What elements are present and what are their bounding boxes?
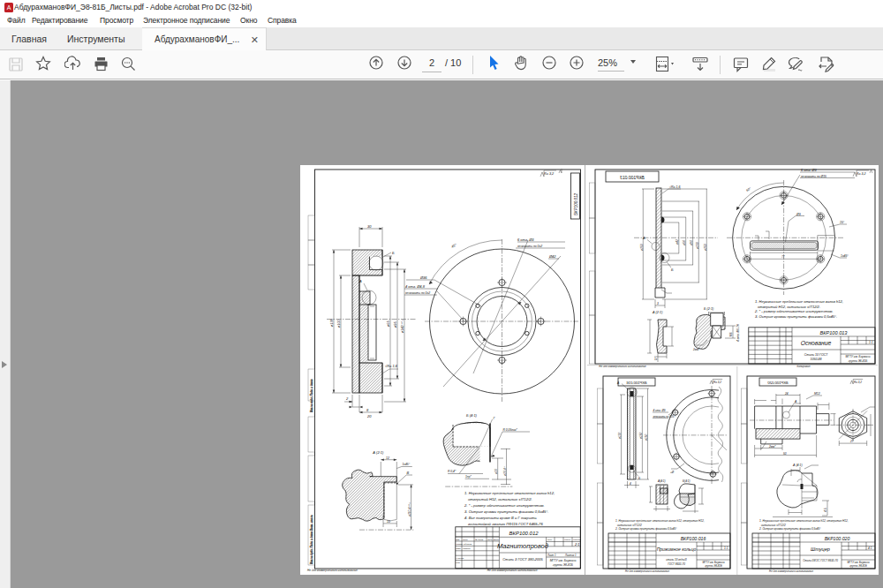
svg-text:Штуцер: Штуцер — [811, 547, 830, 552]
svg-text:остальных ±IT12/2: остальных ±IT12/2 — [617, 524, 642, 527]
svg-text:12: 12 — [386, 456, 389, 460]
svg-text:МГТУ им. Баумана: МГТУ им. Баумана — [550, 559, 577, 562]
svg-text:R 0,4*: R 0,4* — [448, 470, 457, 473]
svg-text:ø110,4⁺⁰·²: ø110,4⁺⁰·² — [408, 501, 411, 516]
svg-text:Н.контр.: Н.контр. — [456, 557, 464, 559]
svg-text:Основание: Основание — [801, 340, 832, 346]
svg-text:Ø42: Ø42 — [548, 254, 556, 259]
svg-text:4: 4 — [630, 482, 631, 486]
svg-text:отверстий Н12, остальных ±IT12: отверстий Н12, остальных ±IT12/2. — [758, 305, 820, 309]
svg-text:ø142⁺⁰·¹: ø142⁺⁰·¹ — [401, 320, 404, 333]
svg-text:4. Все поверхности кроме В и Г: 4. Все поверхности кроме В и Г покрыть — [464, 516, 537, 520]
svg-text:Сталь 09Г2С ГОСТ 8632-70: Сталь 09Г2С ГОСТ 8632-70 — [803, 559, 838, 562]
svg-text:ø130: ø130 — [696, 242, 699, 249]
svg-text:2. * - размер обеспечивается и: 2. * - размер обеспечивается инструменто… — [754, 309, 834, 313]
svg-text:Лист: Лист — [462, 539, 468, 540]
svg-text:1з: 1з — [654, 358, 658, 361]
svg-text:2. Острые кромки притупить фас: 2. Острые кромки притупить фасками 0,5х4… — [758, 527, 821, 531]
svg-text:4 отв. Ø9: 4 отв. Ø9 — [653, 409, 666, 412]
svg-text:Прижимное кольцо: Прижимное кольцо — [657, 547, 697, 552]
svg-text:В: В — [407, 471, 410, 475]
svg-text:10: 10 — [387, 520, 390, 524]
svg-text:М6: М6 — [729, 332, 733, 336]
svg-text:27: 27 — [849, 440, 854, 443]
svg-text:ВКР100.016: ВКР100.016 — [626, 381, 647, 385]
svg-text:М12: М12 — [814, 392, 820, 396]
svg-text:1. Неуказанные предельные откл: 1. Неуказанные предельные отклонения вал… — [755, 299, 843, 304]
svg-text:Лист 1: Лист 1 — [547, 554, 556, 557]
svg-text:Б: Б — [638, 477, 641, 480]
svg-text:Масса: Масса — [564, 539, 571, 541]
svg-text:ВКР100.012: ВКР100.012 — [509, 531, 539, 536]
svg-text:остальных ±IT12/2: остальных ±IT12/2 — [761, 524, 786, 527]
svg-text:2:1: 2:1 — [574, 542, 580, 547]
svg-text:60°: 60° — [745, 186, 751, 192]
svg-text:№ докум.: № докум. — [475, 539, 484, 540]
svg-text:ВКР100.020: ВКР100.020 — [767, 381, 789, 385]
svg-text:ø95: ø95 — [394, 321, 397, 328]
svg-text:ø56: ø56 — [683, 240, 686, 245]
svg-text:А: А — [794, 400, 797, 403]
svg-text:+Ø: +Ø — [670, 471, 675, 474]
svg-text:3. Острые кромки притупить фас: 3. Острые кромки притупить фасками 0,5х4… — [464, 509, 548, 514]
svg-text:Абдурахм.: Абдурахм. — [462, 543, 472, 545]
svg-text:ø135: ø135 — [330, 318, 334, 327]
svg-text:Ra 3,2: Ra 3,2 — [713, 381, 721, 384]
svg-text:ø10,4⁺: ø10,4⁺ — [503, 465, 507, 476]
svg-text:Ø36: Ø36 — [419, 275, 427, 280]
svg-text:4:1: 4:1 — [868, 547, 872, 550]
svg-text:6 отв. Ø9: 6 отв. Ø9 — [801, 169, 817, 172]
svg-text:ø150: ø150 — [639, 433, 643, 439]
svg-text:ø150: ø150 — [645, 434, 648, 441]
svg-text:Б(4:1): Б(4:1) — [683, 479, 691, 483]
svg-text:Ø9: Ø9 — [796, 213, 801, 216]
svg-text:1. Неуказанные предельные откл: 1. Неуказанные предельные отклонения вал… — [615, 519, 705, 523]
svg-text:2мм*: 2мм* — [768, 445, 776, 449]
svg-text:Подп: Подп — [487, 539, 493, 540]
svg-text:Инв.№ дубл. Подп. и дата Вза: Инв.№ дубл. Подп. и дата Взам. инв.№ — [310, 514, 313, 564]
svg-text:1:1: 1:1 — [869, 341, 873, 344]
svg-text:Копировал: Копировал — [797, 365, 811, 368]
svg-text:Лит.: Лит. — [547, 539, 553, 541]
svg-text:Не для коммерческого использов: Не для коммерческого использования — [769, 569, 813, 573]
svg-text:2. * - размер обеспечивается и: 2. * - размер обеспечивается инструменто… — [464, 503, 545, 508]
svg-text:2. Острые кромки притупить фас: 2. Острые кромки притупить фасками 0,5х4… — [615, 527, 677, 531]
svg-text:30: 30 — [367, 224, 372, 229]
svg-text:Магнитопровод: Магнитопровод — [497, 542, 548, 550]
svg-text:Изм: Изм — [456, 539, 460, 540]
svg-text:Ra 3,2: Ra 3,2 — [854, 381, 862, 384]
svg-text:24: 24 — [784, 392, 789, 396]
svg-text:Г: Г — [494, 416, 496, 420]
svg-text:ВКР100.013: ВКР100.013 — [620, 175, 645, 180]
svg-text:МГТУ им. Баумана: МГТУ им. Баумана — [846, 355, 871, 358]
svg-text:ø150: ø150 — [704, 244, 707, 251]
svg-text:зенковать по Ø15: зенковать по Ø15 — [800, 175, 826, 178]
svg-text:Утв.: Утв. — [456, 562, 460, 563]
svg-text:1х45°: 1х45° — [403, 463, 411, 466]
svg-text:4 отв. Ø4,8: 4 отв. Ø4,8 — [405, 284, 426, 289]
svg-text:А: А — [616, 381, 620, 385]
svg-text:77: 77 — [781, 255, 785, 259]
svg-text:1050-88: 1050-88 — [810, 358, 821, 361]
svg-text:1пр*: 1пр* — [465, 475, 472, 479]
svg-text:ø10: ø10 — [494, 469, 498, 474]
svg-text:ВКР100.012: ВКР100.012 — [574, 193, 578, 215]
svg-text:Не для коммерческого использов: Не для коммерческого использования — [307, 569, 358, 572]
svg-text:ВКР100.013: ВКР100.013 — [820, 330, 849, 335]
svg-text:водостойкой эмалью ПФ115 ГОСТ: водостойкой эмалью ПФ115 ГОСТ 6465-76 — [468, 522, 543, 526]
svg-text:1:1: 1:1 — [724, 547, 728, 550]
svg-text:А(4:1): А(4:1) — [657, 479, 666, 483]
svg-text:Не для коммерческого использов: Не для коммерческого использования — [625, 569, 669, 573]
svg-text:ВКР100.020: ВКР100.020 — [825, 536, 850, 541]
svg-text:группа Э8-81Б: группа Э8-81Б — [849, 359, 868, 363]
svg-text:зенковать по 0х2: зенковать по 0х2 — [517, 245, 542, 248]
svg-text:ВКР100.016: ВКР100.016 — [681, 536, 706, 541]
svg-text:R 0,05пов*: R 0,05пов* — [503, 428, 518, 432]
svg-text:2мм*: 2мм* — [692, 348, 700, 351]
svg-text:группа Э8-81Б: группа Э8-81Б — [553, 563, 574, 567]
svg-text:15°: 15° — [840, 221, 845, 224]
svg-text:группа Э8-81Б: группа Э8-81Б — [705, 564, 722, 568]
svg-text:3: 3 — [657, 302, 659, 305]
svg-text:4 отв. М6-7Н: 4 отв. М6-7Н — [736, 323, 740, 342]
svg-text:Дата: Дата — [493, 539, 500, 540]
